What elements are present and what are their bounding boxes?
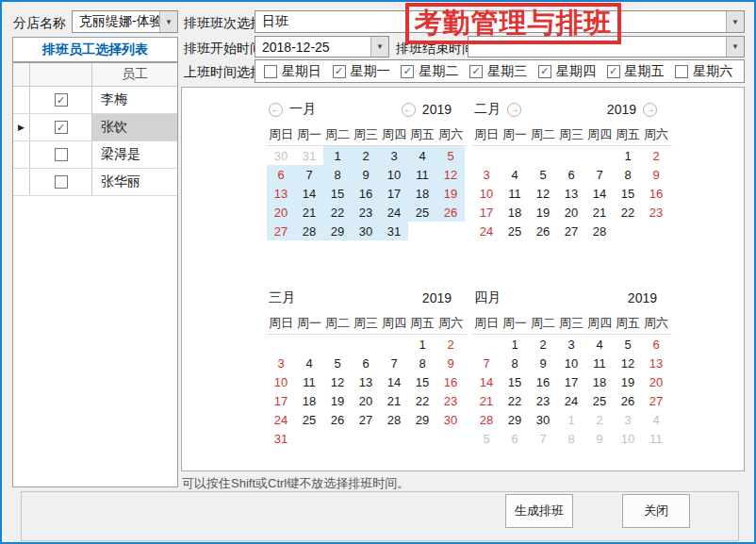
- calendar-day[interactable]: 21: [585, 203, 614, 222]
- employee-row[interactable]: 张华丽: [13, 169, 177, 196]
- calendar-day[interactable]: 3: [472, 165, 501, 184]
- calendar-day[interactable]: 28: [472, 410, 501, 429]
- calendar-day[interactable]: 24: [267, 410, 295, 429]
- calendar-day[interactable]: 2: [642, 146, 670, 165]
- employee-checkbox-cell[interactable]: [30, 169, 92, 195]
- calendar-day[interactable]: 7: [585, 165, 614, 184]
- calendar-day[interactable]: 16: [436, 372, 465, 391]
- chevron-down-icon[interactable]: ▼: [370, 37, 388, 57]
- generate-schedule-button[interactable]: 生成排班: [505, 494, 573, 528]
- calendar-day[interactable]: 8: [408, 354, 436, 372]
- checkbox-icon[interactable]: ✓: [401, 65, 414, 78]
- calendar-day[interactable]: 11: [408, 165, 436, 184]
- calendar-day[interactable]: 30: [436, 410, 465, 429]
- calendar-day[interactable]: 5: [323, 354, 352, 372]
- calendar-day[interactable]: 11: [642, 429, 670, 448]
- calendar-day[interactable]: 27: [352, 410, 380, 429]
- calendar-day[interactable]: 12: [614, 354, 642, 372]
- calendar-day[interactable]: 18: [295, 391, 323, 410]
- calendar-day[interactable]: 6: [642, 335, 670, 354]
- calendar-day[interactable]: 31: [267, 429, 295, 448]
- calendar-day[interactable]: 1: [408, 335, 436, 354]
- calendar-day[interactable]: 10: [267, 372, 295, 391]
- calendar-day[interactable]: 1: [614, 146, 642, 165]
- calendar-day[interactable]: 3: [614, 410, 642, 429]
- chevron-down-icon[interactable]: ▼: [159, 11, 177, 32]
- calendar-day[interactable]: 15: [408, 372, 436, 391]
- calendar-day[interactable]: 17: [557, 372, 585, 391]
- calendar-day[interactable]: 4: [585, 335, 614, 354]
- calendar-day[interactable]: 4: [295, 354, 323, 372]
- calendar-day[interactable]: 21: [472, 391, 501, 410]
- calendar-day[interactable]: 8: [557, 429, 585, 448]
- calendar-day[interactable]: 25: [408, 203, 436, 222]
- calendar-day[interactable]: 4: [501, 165, 529, 184]
- calendar-day[interactable]: 2: [585, 410, 614, 429]
- checkbox-icon[interactable]: [264, 65, 277, 78]
- checkbox-icon[interactable]: ✓: [333, 65, 346, 78]
- calendar-day[interactable]: 31: [295, 146, 323, 165]
- calendar-day[interactable]: 13: [557, 184, 585, 203]
- calendar-day[interactable]: 7: [295, 165, 323, 184]
- calendar-day[interactable]: 23: [529, 391, 557, 410]
- calendar-day[interactable]: 7: [529, 429, 557, 448]
- calendar-day[interactable]: 25: [295, 410, 323, 429]
- calendar-day[interactable]: 11: [295, 372, 323, 391]
- calendar-day[interactable]: 30: [352, 222, 380, 240]
- weekday-checkbox[interactable]: 星期日: [264, 63, 333, 80]
- calendar-day[interactable]: 16: [352, 184, 380, 203]
- calendar-day[interactable]: 17: [380, 184, 408, 203]
- calendar-day[interactable]: 2: [529, 335, 557, 354]
- calendar-day[interactable]: 18: [408, 184, 436, 203]
- row-selector-cell[interactable]: [13, 141, 30, 168]
- calendar-day[interactable]: 23: [642, 203, 670, 222]
- calendar-day[interactable]: 20: [352, 391, 380, 410]
- calendar-day[interactable]: 5: [614, 335, 642, 354]
- calendar-day[interactable]: 17: [267, 391, 295, 410]
- weekday-checkbox[interactable]: ✓星期三: [469, 63, 538, 80]
- calendar-day[interactable]: 26: [614, 391, 642, 410]
- calendar-day[interactable]: 13: [642, 354, 670, 372]
- calendar-day[interactable]: 18: [585, 372, 614, 391]
- checkbox-icon[interactable]: ✓: [55, 93, 68, 107]
- calendar-day[interactable]: 31: [380, 222, 408, 240]
- weekday-checkbox[interactable]: ✓星期一: [333, 63, 402, 80]
- checkbox-icon[interactable]: ✓: [469, 65, 483, 78]
- calendar-day[interactable]: 19: [436, 184, 465, 203]
- calendar-day[interactable]: 26: [323, 410, 352, 429]
- calendar-day[interactable]: 25: [585, 391, 614, 410]
- calendar-day[interactable]: 19: [614, 372, 642, 391]
- calendar-day[interactable]: 19: [323, 391, 352, 410]
- calendar-day[interactable]: 15: [614, 184, 642, 203]
- chevron-down-icon[interactable]: ▼: [726, 11, 744, 32]
- calendar-day[interactable]: 9: [436, 354, 465, 372]
- checkbox-icon[interactable]: [675, 65, 688, 78]
- calendar-day[interactable]: 25: [501, 222, 529, 240]
- calendar-day[interactable]: 9: [352, 165, 380, 184]
- next-arrow-icon[interactable]: →: [507, 103, 521, 117]
- calendar-day[interactable]: 12: [323, 372, 352, 391]
- calendar-day[interactable]: 22: [614, 203, 642, 222]
- calendar-day[interactable]: 10: [557, 354, 585, 372]
- calendar-day[interactable]: 21: [295, 203, 323, 222]
- calendar-day[interactable]: 26: [529, 222, 557, 240]
- calendar-day[interactable]: 28: [585, 222, 614, 240]
- calendar-day[interactable]: 7: [380, 354, 408, 372]
- calendar-day[interactable]: 3: [267, 354, 295, 372]
- calendar-day[interactable]: 14: [380, 372, 408, 391]
- employee-row[interactable]: ✓李梅: [13, 87, 177, 114]
- calendar-day[interactable]: 13: [352, 372, 380, 391]
- calendar-day[interactable]: 23: [352, 203, 380, 222]
- calendar-day[interactable]: 6: [267, 165, 295, 184]
- calendar-day[interactable]: 2: [436, 335, 465, 354]
- calendar-day[interactable]: 5: [436, 146, 465, 165]
- checkbox-icon[interactable]: [55, 175, 68, 189]
- calendar-day[interactable]: 13: [267, 184, 295, 203]
- calendar-day[interactable]: 6: [352, 354, 380, 372]
- calendar-day[interactable]: 1: [557, 410, 585, 429]
- calendar-day[interactable]: 10: [380, 165, 408, 184]
- calendar-day[interactable]: 21: [380, 391, 408, 410]
- next-arrow-icon[interactable]: →: [643, 103, 657, 117]
- close-button[interactable]: 关闭: [622, 494, 690, 528]
- calendar-day[interactable]: 9: [585, 429, 614, 448]
